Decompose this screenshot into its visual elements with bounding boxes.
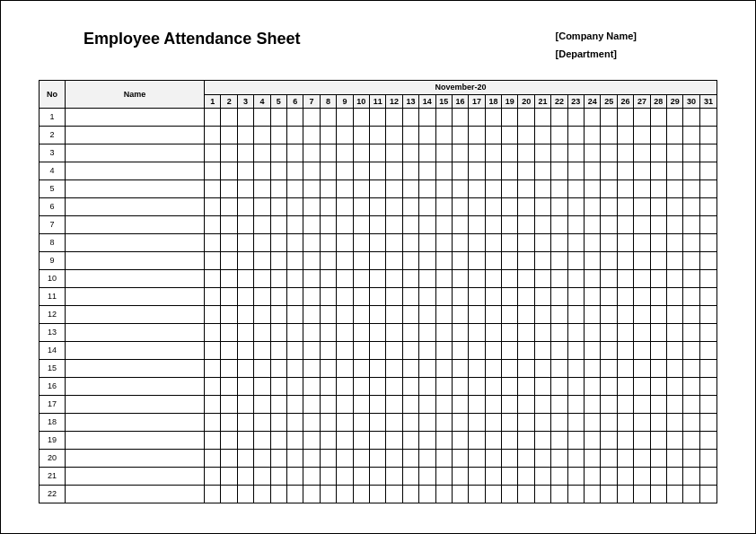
attendance-cell (205, 395, 221, 413)
attendance-cell (683, 215, 699, 233)
attendance-cell (237, 126, 253, 144)
attendance-cell (205, 431, 221, 449)
attendance-cell (205, 233, 221, 251)
row-no: 11 (40, 287, 66, 305)
attendance-cell (419, 233, 435, 251)
attendance-cell (435, 197, 452, 215)
attendance-cell (617, 467, 633, 485)
attendance-cell (617, 269, 633, 287)
attendance-cell (585, 377, 601, 395)
attendance-cell (353, 323, 369, 341)
attendance-cell (320, 341, 336, 359)
attendance-cell (551, 108, 567, 126)
row-name (65, 431, 204, 449)
attendance-cell (270, 162, 286, 179)
attendance-cell (683, 449, 699, 467)
attendance-cell (254, 485, 270, 503)
table-row: 3 (40, 144, 717, 162)
attendance-cell (699, 413, 716, 431)
table-row: 7 (40, 215, 717, 233)
attendance-cell (667, 251, 683, 269)
attendance-cell (402, 215, 418, 233)
attendance-cell (518, 305, 534, 323)
attendance-cell (435, 377, 452, 395)
attendance-cell (585, 467, 601, 485)
attendance-cell (585, 179, 601, 197)
attendance-cell (634, 197, 650, 215)
attendance-cell (369, 215, 385, 233)
attendance-cell (567, 377, 584, 395)
attendance-cell (667, 287, 683, 305)
attendance-cell (617, 431, 633, 449)
col-header-day: 18 (485, 94, 501, 108)
table-body: 12345678910111213141516171819202122 (40, 108, 717, 503)
attendance-cell (601, 485, 617, 503)
attendance-cell (237, 395, 253, 413)
attendance-cell (567, 323, 584, 341)
attendance-cell (601, 162, 617, 179)
attendance-cell (402, 485, 418, 503)
attendance-cell (699, 269, 716, 287)
attendance-cell (699, 395, 716, 413)
attendance-cell (634, 108, 650, 126)
attendance-cell (337, 179, 353, 197)
attendance-cell (287, 197, 303, 215)
attendance-cell (452, 287, 468, 305)
attendance-cell (435, 251, 452, 269)
attendance-cell (205, 197, 221, 215)
attendance-cell (270, 485, 286, 503)
attendance-cell (369, 162, 385, 179)
attendance-cell (699, 126, 716, 144)
attendance-cell (585, 251, 601, 269)
attendance-cell (683, 341, 699, 359)
attendance-cell (435, 413, 452, 431)
attendance-cell (270, 359, 286, 377)
department-label: [Department] (556, 46, 637, 64)
attendance-cell (601, 233, 617, 251)
attendance-cell (303, 449, 320, 467)
attendance-cell (353, 287, 369, 305)
attendance-cell (452, 485, 468, 503)
attendance-cell (287, 485, 303, 503)
attendance-cell (303, 215, 320, 233)
row-no: 4 (40, 162, 66, 179)
attendance-cell (221, 233, 237, 251)
attendance-cell (601, 377, 617, 395)
attendance-cell (485, 287, 501, 305)
attendance-cell (386, 126, 402, 144)
attendance-cell (469, 485, 485, 503)
attendance-cell (221, 341, 237, 359)
attendance-cell (402, 108, 418, 126)
col-header-day: 1 (205, 94, 221, 108)
attendance-cell (699, 341, 716, 359)
attendance-cell (369, 395, 385, 413)
row-name (65, 449, 204, 467)
attendance-cell (485, 359, 501, 377)
attendance-cell (567, 431, 584, 449)
attendance-cell (634, 251, 650, 269)
attendance-cell (237, 179, 253, 197)
attendance-cell (567, 485, 584, 503)
attendance-cell (320, 431, 336, 449)
attendance-cell (353, 377, 369, 395)
attendance-cell (551, 467, 567, 485)
attendance-cell (585, 413, 601, 431)
row-name (65, 413, 204, 431)
attendance-cell (320, 305, 336, 323)
attendance-cell (634, 179, 650, 197)
attendance-cell (419, 162, 435, 179)
attendance-cell (287, 233, 303, 251)
attendance-cell (683, 108, 699, 126)
attendance-cell (369, 449, 385, 467)
attendance-cell (452, 233, 468, 251)
attendance-cell (303, 144, 320, 162)
attendance-cell (634, 485, 650, 503)
attendance-cell (567, 215, 584, 233)
attendance-cell (667, 395, 683, 413)
attendance-cell (485, 251, 501, 269)
attendance-cell (270, 144, 286, 162)
attendance-cell (567, 233, 584, 251)
attendance-cell (287, 179, 303, 197)
attendance-cell (254, 287, 270, 305)
table-row: 6 (40, 197, 717, 215)
